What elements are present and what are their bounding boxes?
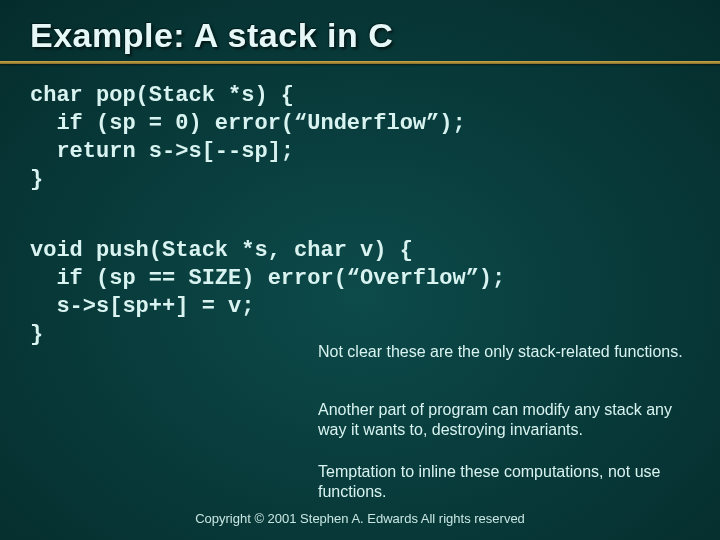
note-1: Not clear these are the only stack-relat…	[318, 342, 692, 362]
code-block-pop: char pop(Stack *s) { if (sp = 0) error(“…	[0, 64, 720, 195]
note-3: Temptation to inline these computations,…	[318, 462, 692, 502]
slide-title: Example: A stack in C	[0, 0, 720, 61]
code-block-push: void push(Stack *s, char v) { if (sp == …	[0, 219, 720, 350]
copyright: Copyright © 2001 Stephen A. Edwards All …	[0, 511, 720, 526]
note-2: Another part of program can modify any s…	[318, 400, 692, 440]
